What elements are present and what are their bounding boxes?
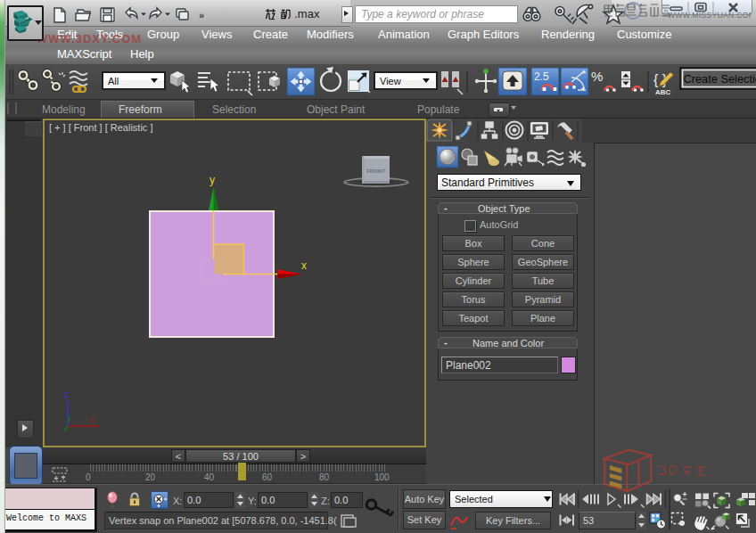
svg-text:y: y [210, 174, 215, 186]
svg-text:—WWW.MISSYUAN.COM—: —WWW.MISSYUAN.COM— [660, 11, 751, 20]
svg-text:%: % [591, 69, 603, 84]
svg-text:ABC: ABC [655, 88, 671, 96]
svg-text:z: z [64, 390, 69, 399]
svg-text:All: All [108, 76, 119, 86]
svg-text:2.5: 2.5 [534, 70, 549, 83]
svg-text:Create Selection: Create Selection [684, 72, 756, 86]
svg-text:y: y [67, 414, 71, 422]
svg-text:»: » [199, 10, 204, 20]
svg-text:FRONT: FRONT [366, 168, 385, 174]
svg-text:x: x [89, 414, 94, 424]
svg-text:x: x [301, 259, 307, 272]
svg-text:View: View [380, 76, 401, 86]
